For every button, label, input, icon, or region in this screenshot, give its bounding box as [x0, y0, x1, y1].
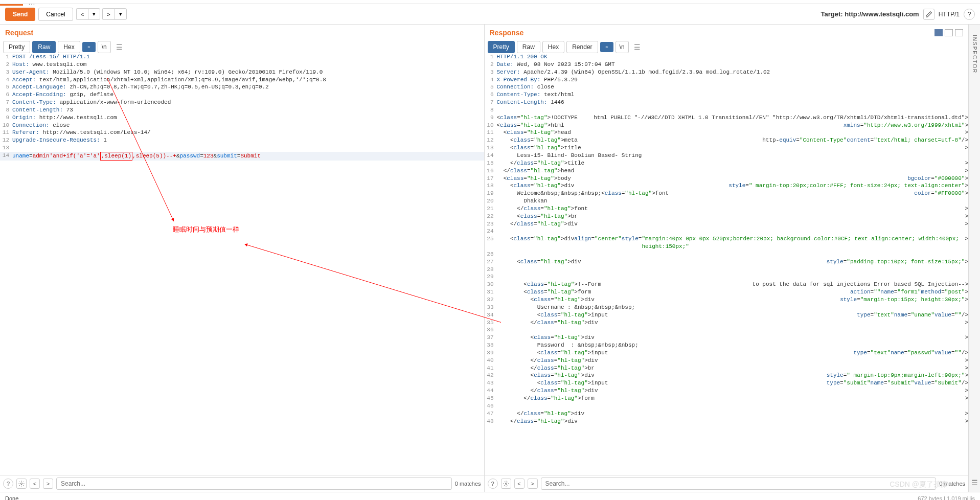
- help-search-icon[interactable]: ?: [3, 479, 13, 489]
- send-button[interactable]: Send: [5, 8, 35, 21]
- edit-target-icon[interactable]: [923, 9, 935, 20]
- tab-overflow[interactable]: …: [28, 0, 35, 6]
- tab-newline-icon[interactable]: \n: [616, 41, 629, 53]
- svg-point-3: [505, 483, 507, 485]
- request-panel: Request Pretty Raw Hex \n ☰ 1POST /Less-…: [0, 25, 485, 492]
- http-version-label[interactable]: HTTP/1: [939, 11, 960, 18]
- menu-icon[interactable]: ☰: [634, 43, 641, 51]
- status-done: Done: [5, 495, 18, 501]
- response-code[interactable]: 1HTTP/1.1 200 OK2Date: Wed, 08 Nov 2023 …: [485, 53, 969, 475]
- menu-icon[interactable]: ☰: [116, 43, 123, 51]
- svg-point-2: [21, 483, 22, 485]
- tab-hex[interactable]: Hex: [542, 41, 564, 53]
- tab-raw[interactable]: Raw: [517, 41, 540, 53]
- inspector-label: INSPECTOR: [972, 35, 977, 74]
- history-forward-dropdown[interactable]: ▾: [115, 8, 127, 20]
- history-back-group: < ▾: [76, 8, 100, 20]
- response-tabs: Pretty Raw Hex Render \n ☰: [485, 41, 969, 53]
- tab-pretty[interactable]: Pretty: [488, 41, 515, 53]
- layout-toggle: [935, 29, 963, 36]
- layout-single-icon[interactable]: [955, 29, 963, 36]
- tab-newline-icon[interactable]: \n: [98, 41, 111, 53]
- next-match-icon[interactable]: >: [43, 479, 53, 489]
- status-millis: 1,019 millis: [947, 495, 975, 501]
- inspector-sidebar[interactable]: INSPECTOR ☰: [969, 25, 980, 492]
- next-match-icon[interactable]: >: [528, 479, 538, 489]
- response-matches: 0 matches: [939, 481, 965, 487]
- tab-wrap-icon[interactable]: [600, 42, 613, 52]
- history-forward-group: > ▾: [102, 8, 126, 20]
- help-icon[interactable]: ?: [964, 9, 975, 20]
- response-search-bar: ? < > 0 matches: [485, 475, 969, 492]
- request-code[interactable]: 1POST /Less-15/ HTTP/1.12Host: www.tests…: [0, 53, 484, 475]
- history-forward-button[interactable]: >: [102, 8, 114, 20]
- history-back-dropdown[interactable]: ▾: [88, 8, 100, 20]
- tab-pretty[interactable]: Pretty: [3, 41, 30, 53]
- layout-split-icon[interactable]: [935, 29, 943, 36]
- request-title: Request: [5, 29, 33, 37]
- settings-search-icon[interactable]: [16, 479, 27, 489]
- target-label: Target: http://www.testsqli.com: [821, 10, 919, 18]
- prev-match-icon[interactable]: <: [514, 479, 525, 489]
- inspector-toggle-icon[interactable]: ☰: [971, 479, 978, 487]
- tab-wrap-icon[interactable]: [82, 42, 96, 52]
- prev-match-icon[interactable]: <: [30, 479, 40, 489]
- response-title: Response: [490, 29, 524, 37]
- response-search-input[interactable]: [541, 478, 937, 490]
- tab-render[interactable]: Render: [566, 41, 598, 53]
- request-tabs: Pretty Raw Hex \n ☰: [0, 41, 484, 53]
- tab-raw[interactable]: Raw: [32, 41, 56, 53]
- layout-horizontal-icon[interactable]: [945, 29, 953, 36]
- tab-strip: …: [0, 0, 980, 4]
- settings-search-icon[interactable]: [501, 479, 511, 489]
- toolbar: Send Cancel < ▾ > ▾ Target: http://www.t…: [0, 4, 980, 25]
- status-bar: Done 672 bytes | 1,019 millis: [0, 492, 980, 500]
- status-bytes: 672 bytes: [918, 495, 942, 501]
- history-back-button[interactable]: <: [76, 8, 88, 20]
- help-search-icon[interactable]: ?: [488, 479, 498, 489]
- tab-hex[interactable]: Hex: [58, 41, 80, 53]
- request-search-bar: ? < > 0 matches: [0, 475, 484, 492]
- response-panel: Response Pretty Raw Hex Render \n ☰ 1HTT…: [485, 25, 969, 492]
- request-search-input[interactable]: [56, 478, 452, 490]
- request-matches: 0 matches: [455, 481, 481, 487]
- cancel-button[interactable]: Cancel: [38, 8, 73, 21]
